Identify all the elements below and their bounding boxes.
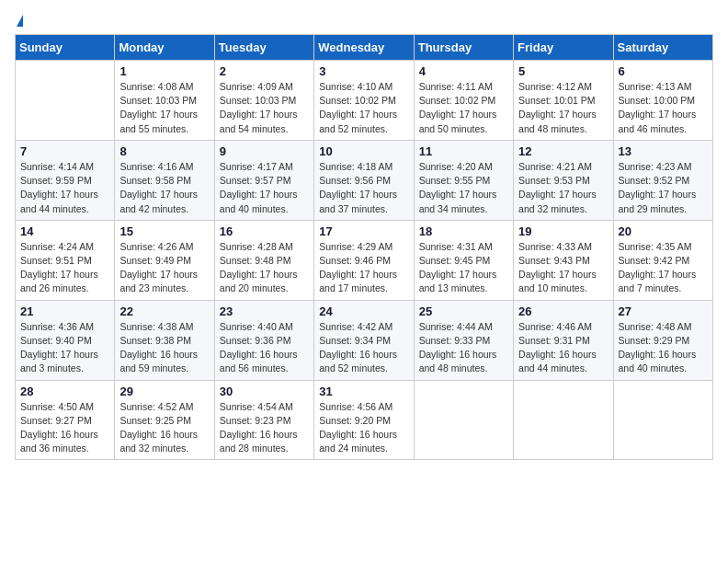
calendar-cell: 19Sunrise: 4:33 AM Sunset: 9:43 PM Dayli… — [514, 220, 613, 300]
calendar-cell: 29Sunrise: 4:52 AM Sunset: 9:25 PM Dayli… — [115, 380, 214, 460]
day-info: Sunrise: 4:33 AM Sunset: 9:43 PM Dayligh… — [518, 240, 608, 296]
day-number: 15 — [119, 224, 209, 238]
day-number: 26 — [518, 304, 608, 318]
day-number: 30 — [220, 385, 309, 398]
day-number: 4 — [419, 64, 508, 78]
day-number: 21 — [20, 304, 109, 318]
day-number: 18 — [419, 224, 508, 238]
day-info: Sunrise: 4:26 AM Sunset: 9:49 PM Dayligh… — [119, 240, 209, 296]
day-info: Sunrise: 4:56 AM Sunset: 9:20 PM Dayligh… — [319, 400, 408, 456]
day-info: Sunrise: 4:08 AM Sunset: 10:03 PM Daylig… — [119, 80, 209, 136]
calendar-cell: 22Sunrise: 4:38 AM Sunset: 9:38 PM Dayli… — [115, 300, 214, 380]
day-number: 28 — [20, 385, 109, 398]
calendar-cell: 2Sunrise: 4:09 AM Sunset: 10:03 PM Dayli… — [214, 61, 313, 141]
calendar-cell: 4Sunrise: 4:11 AM Sunset: 10:02 PM Dayli… — [414, 61, 513, 141]
calendar-header-friday: Friday — [514, 35, 613, 61]
day-info: Sunrise: 4:10 AM Sunset: 10:02 PM Daylig… — [319, 80, 408, 136]
calendar-cell: 15Sunrise: 4:26 AM Sunset: 9:49 PM Dayli… — [115, 220, 214, 300]
day-info: Sunrise: 4:17 AM Sunset: 9:57 PM Dayligh… — [220, 160, 309, 216]
day-info: Sunrise: 4:24 AM Sunset: 9:51 PM Dayligh… — [20, 240, 109, 296]
calendar-cell: 14Sunrise: 4:24 AM Sunset: 9:51 PM Dayli… — [16, 220, 115, 300]
day-info: Sunrise: 4:54 AM Sunset: 9:23 PM Dayligh… — [220, 400, 309, 456]
day-info: Sunrise: 4:44 AM Sunset: 9:33 PM Dayligh… — [419, 320, 508, 376]
calendar-cell: 31Sunrise: 4:56 AM Sunset: 9:20 PM Dayli… — [314, 380, 414, 460]
calendar-header-row: SundayMondayTuesdayWednesdayThursdayFrid… — [16, 35, 713, 61]
day-number: 13 — [619, 144, 708, 158]
calendar-cell: 17Sunrise: 4:29 AM Sunset: 9:46 PM Dayli… — [314, 220, 414, 300]
calendar-table: SundayMondayTuesdayWednesdayThursdayFrid… — [15, 34, 713, 460]
day-number: 1 — [119, 64, 209, 78]
calendar-cell: 12Sunrise: 4:21 AM Sunset: 9:53 PM Dayli… — [514, 140, 613, 220]
day-info: Sunrise: 4:48 AM Sunset: 9:29 PM Dayligh… — [619, 320, 708, 376]
calendar-header-tuesday: Tuesday — [214, 35, 313, 61]
day-info: Sunrise: 4:14 AM Sunset: 9:59 PM Dayligh… — [20, 160, 109, 216]
day-number: 3 — [319, 64, 408, 78]
calendar-cell: 25Sunrise: 4:44 AM Sunset: 9:33 PM Dayli… — [414, 300, 513, 380]
day-info: Sunrise: 4:29 AM Sunset: 9:46 PM Dayligh… — [319, 240, 408, 296]
day-number: 2 — [220, 64, 309, 78]
day-number: 11 — [419, 144, 508, 158]
day-number: 25 — [419, 304, 508, 318]
day-number: 24 — [319, 304, 408, 318]
day-info: Sunrise: 4:42 AM Sunset: 9:34 PM Dayligh… — [319, 320, 408, 376]
day-number: 19 — [518, 224, 608, 238]
day-number: 10 — [319, 144, 408, 158]
calendar-cell — [514, 380, 613, 460]
day-number: 5 — [518, 64, 608, 78]
logo — [15, 15, 23, 29]
day-number: 22 — [119, 304, 209, 318]
calendar-cell: 13Sunrise: 4:23 AM Sunset: 9:52 PM Dayli… — [613, 140, 712, 220]
day-info: Sunrise: 4:38 AM Sunset: 9:38 PM Dayligh… — [119, 320, 209, 376]
day-info: Sunrise: 4:50 AM Sunset: 9:27 PM Dayligh… — [20, 400, 109, 456]
calendar-cell: 23Sunrise: 4:40 AM Sunset: 9:36 PM Dayli… — [214, 300, 313, 380]
calendar-cell: 27Sunrise: 4:48 AM Sunset: 9:29 PM Dayli… — [613, 300, 712, 380]
day-info: Sunrise: 4:13 AM Sunset: 10:00 PM Daylig… — [619, 80, 708, 136]
calendar-cell — [613, 380, 712, 460]
calendar-cell: 16Sunrise: 4:28 AM Sunset: 9:48 PM Dayli… — [214, 220, 313, 300]
calendar-cell: 3Sunrise: 4:10 AM Sunset: 10:02 PM Dayli… — [314, 61, 414, 141]
day-number: 8 — [119, 144, 209, 158]
day-info: Sunrise: 4:16 AM Sunset: 9:58 PM Dayligh… — [119, 160, 209, 216]
calendar-header-thursday: Thursday — [414, 35, 513, 61]
day-info: Sunrise: 4:52 AM Sunset: 9:25 PM Dayligh… — [119, 400, 209, 456]
day-info: Sunrise: 4:31 AM Sunset: 9:45 PM Dayligh… — [419, 240, 508, 296]
day-info: Sunrise: 4:28 AM Sunset: 9:48 PM Dayligh… — [220, 240, 309, 296]
calendar-week-3: 14Sunrise: 4:24 AM Sunset: 9:51 PM Dayli… — [16, 220, 713, 300]
day-info: Sunrise: 4:35 AM Sunset: 9:42 PM Dayligh… — [619, 240, 708, 296]
day-number: 17 — [319, 224, 408, 238]
day-info: Sunrise: 4:36 AM Sunset: 9:40 PM Dayligh… — [20, 320, 109, 376]
calendar-cell: 28Sunrise: 4:50 AM Sunset: 9:27 PM Dayli… — [16, 380, 115, 460]
calendar-cell: 26Sunrise: 4:46 AM Sunset: 9:31 PM Dayli… — [514, 300, 613, 380]
calendar-header-saturday: Saturday — [613, 35, 712, 61]
calendar-cell: 10Sunrise: 4:18 AM Sunset: 9:56 PM Dayli… — [314, 140, 414, 220]
day-info: Sunrise: 4:09 AM Sunset: 10:03 PM Daylig… — [220, 80, 309, 136]
calendar-cell: 1Sunrise: 4:08 AM Sunset: 10:03 PM Dayli… — [115, 61, 214, 141]
calendar-cell: 24Sunrise: 4:42 AM Sunset: 9:34 PM Dayli… — [314, 300, 414, 380]
page-header — [15, 15, 713, 29]
day-info: Sunrise: 4:21 AM Sunset: 9:53 PM Dayligh… — [518, 160, 608, 216]
calendar-cell: 30Sunrise: 4:54 AM Sunset: 9:23 PM Dayli… — [214, 380, 313, 460]
calendar-cell: 5Sunrise: 4:12 AM Sunset: 10:01 PM Dayli… — [514, 61, 613, 141]
day-info: Sunrise: 4:18 AM Sunset: 9:56 PM Dayligh… — [319, 160, 408, 216]
calendar-week-2: 7Sunrise: 4:14 AM Sunset: 9:59 PM Daylig… — [16, 140, 713, 220]
calendar-header-wednesday: Wednesday — [314, 35, 414, 61]
day-info: Sunrise: 4:12 AM Sunset: 10:01 PM Daylig… — [518, 80, 608, 136]
day-info: Sunrise: 4:20 AM Sunset: 9:55 PM Dayligh… — [419, 160, 508, 216]
calendar-header-sunday: Sunday — [16, 35, 115, 61]
day-info: Sunrise: 4:46 AM Sunset: 9:31 PM Dayligh… — [518, 320, 608, 376]
day-number: 20 — [619, 224, 708, 238]
calendar-cell: 11Sunrise: 4:20 AM Sunset: 9:55 PM Dayli… — [414, 140, 513, 220]
calendar-cell: 7Sunrise: 4:14 AM Sunset: 9:59 PM Daylig… — [16, 140, 115, 220]
day-info: Sunrise: 4:23 AM Sunset: 9:52 PM Dayligh… — [619, 160, 708, 216]
calendar-cell: 6Sunrise: 4:13 AM Sunset: 10:00 PM Dayli… — [613, 61, 712, 141]
day-number: 9 — [220, 144, 309, 158]
calendar-cell: 21Sunrise: 4:36 AM Sunset: 9:40 PM Dayli… — [16, 300, 115, 380]
day-number: 23 — [220, 304, 309, 318]
day-number: 6 — [619, 64, 708, 78]
day-number: 16 — [220, 224, 309, 238]
day-number: 31 — [319, 385, 408, 398]
day-number: 7 — [20, 144, 109, 158]
day-number: 29 — [119, 385, 209, 398]
day-number: 12 — [518, 144, 608, 158]
calendar-week-1: 1Sunrise: 4:08 AM Sunset: 10:03 PM Dayli… — [16, 61, 713, 141]
